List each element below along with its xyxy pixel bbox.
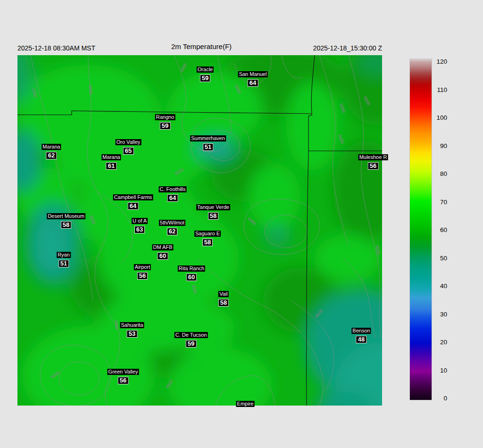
station-label: Oracle59 — [197, 65, 214, 82]
valid-time-local: 2025-12-18 08:30AM MST — [17, 44, 95, 52]
colorbar-tick-label: 10 — [440, 367, 447, 374]
station-name: Rangno — [155, 114, 175, 120]
station-label: Rangno59 — [155, 112, 175, 130]
colorbar-tick-label: 100 — [436, 115, 447, 121]
station-name: Sahuarita — [120, 322, 144, 328]
station-name: San Manuel — [238, 71, 268, 77]
station-value: 48 — [356, 336, 366, 343]
station-value: 64 — [128, 202, 138, 210]
colorbar-tick-label: 120 — [436, 58, 447, 65]
station-value: 65 — [123, 147, 133, 155]
station-name: Oro Valley — [116, 139, 142, 145]
station-value: 62 — [167, 228, 177, 235]
station-value: 61 — [106, 162, 117, 170]
station-name: Desert Museum — [47, 213, 85, 219]
station-name: Rita Ranch — [178, 265, 205, 272]
station-label: Marana61 — [101, 152, 121, 170]
colorbar-tick-label: 0 — [443, 395, 447, 402]
station-value: 64 — [248, 79, 258, 87]
station-name: Muleshoe R — [358, 154, 388, 160]
station-value: 59 — [186, 340, 196, 348]
station-name: Marana — [101, 154, 121, 160]
station-name: Oracle — [197, 66, 214, 73]
page: { "header": { "left_timestamp": "2025-12… — [0, 0, 483, 448]
colorbar-tick-label: 70 — [440, 199, 447, 206]
station-name: Airport — [134, 264, 151, 270]
station-label: Airport56 — [134, 262, 151, 280]
valid-time-utc: 2025-12-18_15:30:00 Z — [313, 44, 382, 52]
station-label: Ryan51 — [57, 250, 71, 267]
station-value: 51 — [203, 143, 213, 151]
station-name: DM AFB — [152, 244, 174, 250]
station-label: Saguaro E58 — [194, 229, 221, 246]
station-name: Summerhaven — [190, 135, 226, 141]
station-name: Vail — [218, 291, 229, 297]
station-value: 63 — [134, 226, 145, 233]
station-name: Benson — [351, 328, 371, 334]
station-label: Summerhaven51 — [190, 133, 226, 151]
station-value: 53 — [127, 330, 137, 338]
station-label: Muleshoe R56 — [358, 152, 388, 170]
station-name: Empire — [236, 401, 255, 407]
station-label: Vail58 — [218, 289, 229, 307]
colorbar-tick-label: 60 — [440, 227, 447, 233]
colorbar-tick-label: 90 — [440, 143, 447, 149]
station-label: 5th/Wilmot62 — [159, 218, 185, 235]
station-label: DM AFB60 — [152, 242, 174, 260]
station-label: C. De Tucson59 — [175, 330, 208, 348]
station-value: 58 — [202, 239, 213, 246]
station-name: Campbell Farms — [113, 194, 153, 200]
station-value: 51 — [58, 260, 69, 267]
station-value: 58 — [208, 212, 218, 220]
colorbar-tick-label: 80 — [440, 171, 447, 177]
colorbar-tick-label: 30 — [440, 311, 447, 318]
station-label: Tanque Verde58 — [196, 202, 230, 220]
station-name: C. De Tucson — [175, 332, 208, 338]
colorbar-tick-label: 50 — [440, 255, 447, 262]
station-name: Ryan — [57, 252, 71, 258]
station-name: Marana — [42, 144, 61, 150]
station-label: Rita Ranch60 — [178, 264, 205, 281]
map-title: 2m Temperature(F) — [171, 42, 232, 50]
station-value: 60 — [186, 274, 197, 281]
station-label: San Manuel64 — [238, 69, 268, 87]
temperature-map: 2000300040004000600050006000400030004000… — [17, 55, 382, 406]
station-label: U of A63 — [132, 216, 148, 233]
station-name: C. Foothills — [158, 186, 186, 192]
station-value: 64 — [167, 194, 178, 202]
station-label: C. Foothills64 — [158, 184, 186, 202]
station-value: 62 — [46, 152, 57, 159]
colorbar-tick-label: 20 — [440, 339, 447, 346]
station-label: Empire — [236, 399, 255, 407]
station-value: 59 — [160, 122, 170, 130]
contour-elevation-label: 3000 — [88, 85, 93, 95]
colorbar-tick-label: 110 — [437, 87, 447, 93]
contour-elevation-label: 3000 — [114, 320, 119, 330]
station-label: Desert Museum58 — [47, 211, 85, 229]
station-value: 58 — [61, 221, 71, 229]
station-name: Tanque Verde — [196, 204, 230, 210]
station-value: 60 — [158, 252, 168, 260]
station-value: 56 — [368, 162, 378, 170]
station-label: Campbell Farms64 — [113, 192, 153, 210]
station-label: Benson48 — [351, 326, 371, 343]
station-value: 56 — [118, 377, 128, 384]
station-label: Green Valley56 — [108, 367, 139, 384]
colorbar — [410, 59, 432, 400]
station-value: 56 — [137, 272, 148, 280]
station-name: 5th/Wilmot — [159, 220, 185, 226]
station-name: U of A — [132, 218, 148, 224]
station-name: Saguaro E — [194, 231, 221, 237]
station-value: 58 — [218, 299, 229, 307]
station-name: Green Valley — [108, 369, 139, 375]
colorbar-tick-label: 40 — [440, 283, 447, 290]
station-label: Sahuarita53 — [120, 320, 144, 338]
station-label: Marana62 — [42, 142, 61, 159]
station-value: 59 — [200, 75, 210, 82]
